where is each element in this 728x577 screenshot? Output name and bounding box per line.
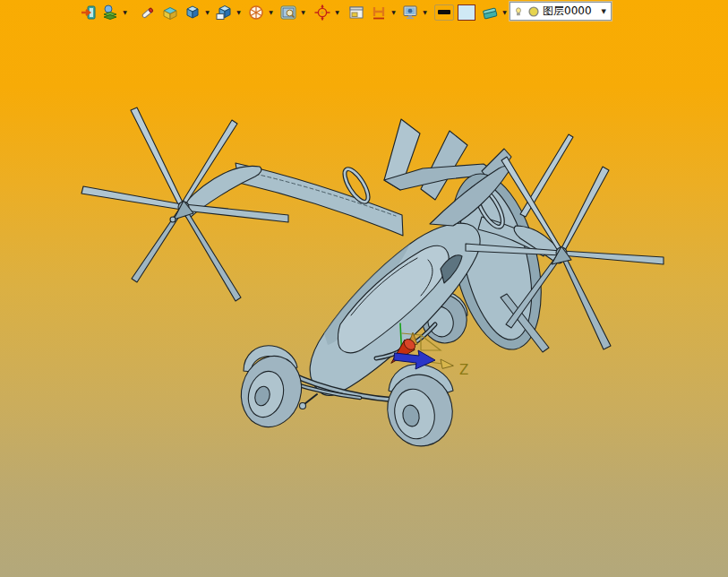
line-width-icon xyxy=(434,4,454,21)
rotor-blade[interactable] xyxy=(561,251,664,264)
view-window-button[interactable]: ▼ xyxy=(214,2,244,22)
pen-eraser-icon xyxy=(138,3,158,22)
front-left-wheel[interactable] xyxy=(233,346,309,435)
dropdown-arrow-icon[interactable]: ▼ xyxy=(420,3,430,22)
display-settings-button[interactable]: ▼ xyxy=(400,2,430,22)
z-axis-arrowhead xyxy=(441,359,453,368)
layer-visibility-bulb-icon[interactable] xyxy=(512,4,526,18)
dimension-button[interactable]: ▼ xyxy=(369,2,398,22)
render-terrain-icon xyxy=(100,3,120,22)
cad-application-window: Z ▼ ▼ xyxy=(0,0,728,577)
front-right-wheel[interactable] xyxy=(381,365,458,452)
dropdown-arrow-icon[interactable]: ▼ xyxy=(120,3,130,22)
locate-target-button[interactable]: ▼ xyxy=(313,2,342,22)
rotor-blade[interactable] xyxy=(560,252,611,349)
main-toolbar: ▼ ▼ ▼ ▼ xyxy=(0,0,728,24)
exit-door-icon xyxy=(79,3,98,22)
combo-dropdown-arrow-icon[interactable]: ▼ xyxy=(599,8,609,15)
layer-color-circle-icon[interactable] xyxy=(527,4,541,18)
dropdown-arrow-icon[interactable]: ▼ xyxy=(332,3,342,22)
left-rotor[interactable] xyxy=(81,108,288,301)
layer-manager-button[interactable]: ▼ xyxy=(480,2,510,22)
viewport-canvas[interactable]: Z xyxy=(0,0,728,577)
framed-zoom-icon xyxy=(278,3,298,22)
dropdown-arrow-icon[interactable]: ▼ xyxy=(202,3,212,22)
color-swatch-button[interactable] xyxy=(458,2,475,22)
material-box-button[interactable] xyxy=(160,2,180,22)
wireframe-wheel-icon xyxy=(246,3,266,22)
dropdown-arrow-icon[interactable]: ▼ xyxy=(298,3,308,22)
shaded-cube-icon xyxy=(183,3,202,22)
dropdown-arrow-icon[interactable]: ▼ xyxy=(266,3,276,22)
rotor-blade[interactable] xyxy=(131,108,184,208)
dropdown-arrow-icon[interactable]: ▼ xyxy=(234,3,244,22)
rear-fan-blade[interactable] xyxy=(520,134,573,217)
pitot-ball xyxy=(300,403,306,409)
layer-name-label: 图层0000 xyxy=(543,4,592,19)
axis-z-label: Z xyxy=(459,362,468,378)
monitor-icon xyxy=(400,3,420,22)
rotor-blade[interactable] xyxy=(182,208,241,301)
cube-window-icon xyxy=(214,3,234,22)
rotor-blade[interactable] xyxy=(81,186,182,210)
shaded-view-button[interactable]: ▼ xyxy=(183,2,212,22)
h-dimension-icon xyxy=(369,3,389,22)
pitot-probe xyxy=(304,394,317,404)
layer-combobox[interactable]: 图层0000 ▼ xyxy=(510,2,612,21)
render-mode-button[interactable]: ▼ xyxy=(100,2,130,22)
window-icon xyxy=(347,3,366,22)
display-style-button[interactable]: ▼ xyxy=(246,2,276,22)
zoom-view-button[interactable]: ▼ xyxy=(278,2,308,22)
sketch-pen-button[interactable] xyxy=(138,2,158,22)
aircraft-model[interactable] xyxy=(81,108,664,452)
exit-button[interactable] xyxy=(79,2,98,22)
material-box-icon xyxy=(160,3,180,22)
viewport-window-button[interactable] xyxy=(347,2,366,22)
rotor-blade[interactable] xyxy=(184,204,288,222)
layer-book-icon xyxy=(480,3,500,22)
crosshair-target-icon xyxy=(313,3,332,22)
rotor-blade[interactable] xyxy=(560,167,609,254)
line-width-button[interactable] xyxy=(434,2,454,22)
dropdown-arrow-icon[interactable]: ▼ xyxy=(389,3,398,22)
color-swatch-icon xyxy=(458,4,475,21)
dropdown-arrow-icon[interactable]: ▼ xyxy=(500,3,510,22)
